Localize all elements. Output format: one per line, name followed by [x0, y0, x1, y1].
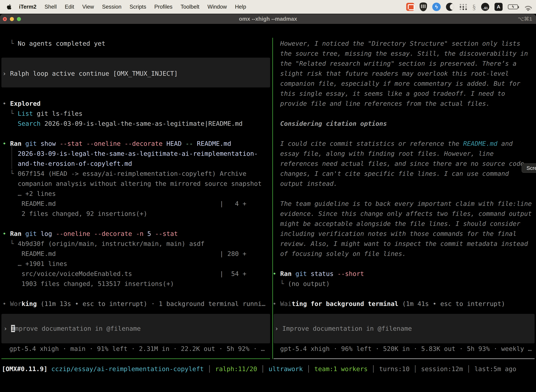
right-prompt-input[interactable]: › Improve documentation in @filename	[275, 323, 412, 334]
bolt-icon[interactable]: ϟ	[432, 3, 441, 11]
terminal-line: including verification notes with those …	[273, 229, 532, 239]
right-pane-border	[274, 359, 535, 359]
battery-charging-icon[interactable]: ϟ	[508, 5, 518, 9]
menu-item-window[interactable]: Window	[207, 4, 227, 10]
terminal-line	[273, 259, 532, 269]
terminal-line	[273, 108, 532, 119]
terminal-line: 2026-03-09-is-legal-the-same-as-legitima…	[2, 149, 266, 159]
terminal-line: 2 files changed, 92 insertions(+)	[2, 209, 266, 219]
iterm2-window: omx --xhigh --madmax ⌥⌘1 └ No agents com…	[0, 14, 536, 388]
menu-item-profiles[interactable]: Profiles	[154, 4, 172, 10]
terminal-line	[2, 48, 266, 58]
terminal-line: • Ran git show --stat --oneline --decora…	[2, 139, 266, 149]
terminal-line: the "Related research writing" section i…	[273, 58, 532, 69]
terminal-line: output instead.	[273, 179, 532, 189]
terminal-line: the source tree, missing the essay. Stil…	[273, 48, 532, 58]
macos-menu-bar: iTerm2ShellEditViewSessionScriptsProfile…	[0, 0, 536, 14]
shield-icon[interactable]	[420, 2, 427, 11]
terminal-line	[2, 219, 266, 229]
terminal-line: provide file and line references from th…	[273, 98, 532, 108]
moon-icon[interactable]	[446, 3, 454, 11]
terminal-line: might be acceptable alongside the file l…	[273, 219, 532, 229]
terminal-line: this single essay, it seems like a good …	[273, 89, 532, 98]
terminal-line: └ 067f154 (HEAD -> essay/ai-reimplementa…	[2, 169, 266, 179]
terminal-line: Considering citation options	[273, 119, 532, 129]
menu-item-session[interactable]: Session	[102, 4, 121, 10]
terminal-line: changes, I can't cite specific file line…	[273, 169, 532, 179]
window-title: omx --xhigh --madmax	[0, 14, 536, 24]
terminal-line: of focusing solely on file lines.	[273, 249, 532, 259]
chat-icon[interactable]	[406, 3, 414, 11]
terminal-line: … +2 lines	[2, 189, 266, 199]
right-model-status-line: gpt-5.4 xhigh · 96% left · 520K in · 5.8…	[280, 344, 531, 354]
squiggle-icon[interactable]: §	[472, 3, 476, 11]
percent-badge-icon[interactable]: ..61	[481, 3, 489, 11]
menu-item-edit[interactable]: Edit	[65, 4, 74, 10]
terminal-line: evidence. Since this change only affects…	[273, 209, 532, 219]
dots-grid-icon[interactable]	[459, 3, 467, 11]
terminal-line: The team guideline is to back every impo…	[273, 199, 532, 209]
left-model-status-line: gpt-5.4 xhigh · main · 91% left · 2.31M …	[9, 344, 265, 354]
menu-item-iterm2[interactable]: iTerm2	[19, 4, 36, 10]
terminal-line: src/voice/voiceModeEnabled.ts | 54 +	[2, 269, 266, 279]
wifi-icon[interactable]	[523, 3, 533, 10]
terminal-line: README.md | 280 +	[2, 249, 266, 259]
terminal-line: 1903 files changed, 513517 insertions(+)	[2, 279, 266, 289]
terminal-line: └ List git ls-files	[2, 108, 266, 119]
terminal-line: └ No agents completed yet	[2, 38, 266, 48]
prompt-line: › Improve documentation in @filename	[275, 323, 412, 334]
window-title-bar[interactable]: omx --xhigh --madmax ⌥⌘1	[0, 14, 536, 24]
a-badge-icon[interactable]: A	[494, 3, 502, 11]
apple-menu-icon[interactable]	[7, 4, 12, 10]
pane-divider[interactable]	[273, 38, 273, 359]
terminal-line: essay file, along with finding root file…	[273, 149, 532, 159]
terminal-line: review. Also, I might want to inspect th…	[273, 239, 532, 249]
terminal-line	[2, 89, 266, 98]
prompt-line: › Improve documentation in @filename	[4, 323, 141, 334]
terminal-line: I could cite commit statistics or refere…	[273, 139, 532, 149]
terminal-line: └ 4b9d30f (origin/main, instructkr/main,…	[2, 239, 266, 249]
terminal-line: • Ran git status --short	[273, 269, 532, 279]
terminal-line: └ (no output)	[273, 279, 532, 289]
terminal-line	[2, 79, 266, 89]
terminal-line: • Working (11m 13s • esc to interrupt) ·…	[2, 299, 266, 309]
terminal-line	[273, 289, 532, 299]
terminal-line: Search 2026-03-09-is-legal-the-same-as-l…	[2, 119, 266, 129]
menu-item-help[interactable]: Help	[235, 4, 246, 10]
terminal-line: and-the-erosion-of-copyleft.md	[2, 159, 266, 169]
left-pane-scrollback: └ No agents completed yet› Ralph loop ac…	[2, 38, 266, 309]
terminal-line: However, I noticed the "Directory Struct…	[273, 38, 532, 48]
omx-status-line: [OMX#0.11.9] cczip/essay/ai-reimplementa…	[2, 364, 516, 374]
terminal-line	[2, 289, 266, 299]
screen-share-overlay[interactable]: Scre	[522, 163, 536, 173]
terminal-line: … +1901 lines	[2, 259, 266, 269]
right-pane-scrollback: However, I noticed the "Directory Struct…	[273, 38, 532, 309]
terminal-line	[273, 129, 532, 139]
terminal-line: • Explored	[2, 98, 266, 108]
left-prompt-input[interactable]: › Improve documentation in @filename	[4, 323, 141, 334]
terminal-line: • Waiting for background terminal (1m 41…	[273, 299, 532, 309]
menu-item-view[interactable]: View	[82, 4, 94, 10]
terminal-line: companion analysis without altering the …	[2, 179, 266, 189]
menu-bar-status-icons: ϟ § ..61 A ϟ	[406, 0, 533, 14]
screen: iTerm2ShellEditViewSessionScriptsProfile…	[0, 0, 536, 392]
terminal-line: companion file, especially if more comme…	[273, 79, 532, 89]
menu-item-scripts[interactable]: Scripts	[129, 4, 146, 10]
terminal-line	[2, 58, 266, 69]
menu-item-shell[interactable]: Shell	[44, 4, 57, 10]
terminal-line: › Ralph loop active continue [OMX_TMUX_I…	[2, 69, 266, 79]
terminal-line: slight risk that future readers may over…	[273, 69, 532, 79]
omx-status-bar: [OMX#0.11.9] cczip/essay/ai-reimplementa…	[2, 364, 516, 374]
terminal-line	[273, 189, 532, 199]
terminal-line	[2, 129, 266, 139]
menu-item-toolbelt[interactable]: Toolbelt	[181, 4, 199, 10]
terminal-line: README.md | 4 +	[2, 199, 266, 209]
window-shortcut-badge: ⌥⌘1	[518, 14, 532, 24]
terminal-line: references need actual files, and since …	[273, 159, 532, 169]
left-pane-active-border	[1, 359, 270, 359]
terminal-line: • Ran git log --oneline --decorate -n 5 …	[2, 229, 266, 239]
